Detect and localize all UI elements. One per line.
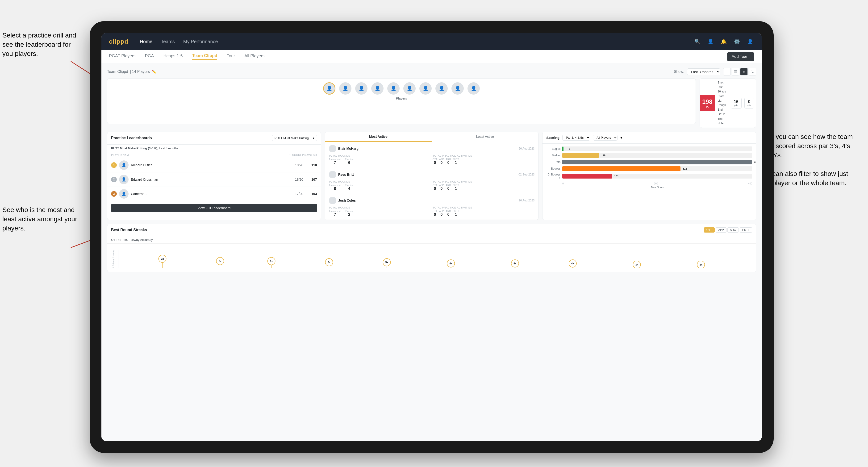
- avatar-6[interactable]: 👤: [403, 82, 415, 95]
- players-row: 👤 👤 👤 👤 👤 👤 👤 👤 👤 👤 Players: [107, 78, 756, 128]
- lb-name-3: Cameron...: [131, 192, 293, 196]
- chart-bar-birdies: 96: [562, 153, 599, 158]
- start-lie: Start Lie: Rough: [717, 94, 726, 108]
- team-name: Team Clippd: [107, 69, 128, 74]
- lb-avatar-2: 👤: [119, 175, 129, 184]
- avatar-5[interactable]: 👤: [387, 82, 400, 95]
- bell-icon[interactable]: 🔔: [719, 37, 728, 46]
- svg-text:4x: 4x: [450, 262, 453, 265]
- subnav-pga[interactable]: PGA: [145, 54, 154, 59]
- settings-icon[interactable]: ⚙️: [733, 37, 741, 46]
- x-axis-200: 200: [654, 182, 658, 185]
- activity-avatar-2: [329, 171, 336, 178]
- lb-score-3: 17/20: [295, 192, 303, 196]
- avatar-4[interactable]: 👤: [371, 82, 383, 95]
- avatar-7[interactable]: 👤: [420, 82, 432, 95]
- score-red-label: SC: [706, 105, 709, 108]
- activity-stats-2: Total Rounds Tournament 8 Practice 4: [329, 180, 535, 191]
- subnav-tour[interactable]: Tour: [227, 54, 235, 59]
- user-avatar-icon[interactable]: 👤: [746, 37, 754, 46]
- streak-btn-arg[interactable]: ARG: [727, 227, 739, 232]
- activity-card-1: Blair McHarg 26 Aug 2023 Total Rounds To…: [325, 142, 538, 168]
- grid-view-btn[interactable]: ⊞: [723, 68, 731, 75]
- avatar-1[interactable]: 👤: [323, 82, 335, 95]
- players-panel: 👤 👤 👤 👤 👤 👤 👤 👤 👤 👤 Players: [107, 78, 696, 124]
- nav-item-home[interactable]: Home: [140, 39, 152, 44]
- team-header: Team Clippd | 14 Players ✏️ Show: Last 3…: [107, 68, 756, 75]
- subnav-all-players[interactable]: All Players: [244, 54, 265, 59]
- chart-value-bogeys: 311: [683, 167, 687, 170]
- activity-tabs: Most Active Least Active: [325, 132, 538, 142]
- leaderboard-subtitle: PUTT Must Make Putting (3-6 ft), Last 3 …: [107, 145, 321, 152]
- lb-rank-1: 1: [111, 162, 117, 168]
- tournament-stat-1: Tournament 7: [329, 158, 341, 165]
- col-player-name: PLAYER NAME: [111, 154, 288, 156]
- annotation-top-left: Select a practice drill and see the lead…: [2, 31, 83, 59]
- app-2: APP 0: [439, 184, 444, 191]
- chart-row-pars: Pars 499: [546, 160, 752, 164]
- nav-item-teams[interactable]: Teams: [161, 39, 175, 44]
- tab-least-active[interactable]: Least Active: [432, 132, 538, 142]
- chart-value-pars: 499: [754, 161, 756, 163]
- streaks-subtitle: Off The Tee, Fairway Accuracy: [107, 236, 756, 244]
- tournament-stat-3: Tournament 7: [329, 210, 341, 217]
- streak-btn-putt[interactable]: PUTT: [740, 227, 752, 232]
- lb-avg-1: 110: [309, 163, 317, 167]
- avatar-2[interactable]: 👤: [339, 82, 351, 95]
- player-filter-dropdown[interactable]: All Players: [593, 135, 618, 141]
- chart-row-birdies: Birdies 96: [546, 153, 752, 158]
- yds-end-label: yds: [747, 104, 751, 107]
- filter-btn[interactable]: ⇅: [749, 68, 756, 75]
- lb-row-3: 3 👤 Cameron... 17/20 103: [107, 187, 321, 201]
- putt-3: PUTT 1: [453, 210, 459, 217]
- activity-avatar-3: [329, 197, 336, 204]
- streak-btn-ott[interactable]: OTT: [704, 227, 715, 232]
- view-icons: ⊞ ☰ ▦ ⇅: [723, 68, 756, 75]
- chart-bar-bg-dbogeys: 131: [562, 174, 752, 179]
- avatar-10[interactable]: 👤: [467, 82, 480, 95]
- score-info: Shot Dist: 16 yds Start Lie: Rough End L…: [715, 79, 728, 128]
- add-team-button[interactable]: Add Team: [727, 52, 754, 61]
- par-filter-dropdown[interactable]: Par 3, 4 & 5s Par 3s Par 4s Par 5s: [562, 135, 590, 141]
- scoring-title: Scoring: [546, 135, 559, 139]
- activity-card-2: Rees Britt 02 Sep 2023 Total Rounds Tour…: [325, 168, 538, 194]
- sub-nav: PGAT Players PGA Hcaps 1-5 Team Clippd T…: [101, 50, 762, 63]
- streaks-header: Best Round Streaks OTT APP ARG PUTT: [107, 224, 756, 236]
- avatar-3[interactable]: 👤: [355, 82, 368, 95]
- svg-text:5x: 5x: [328, 261, 331, 264]
- view-full-leaderboard-button[interactable]: View Full Leaderboard: [111, 204, 317, 212]
- practice-leaderboards-panel: Practice Leaderboards PUTT Must Make Put…: [107, 132, 321, 220]
- edit-icon[interactable]: ✏️: [152, 69, 156, 74]
- avatar-9[interactable]: 👤: [452, 82, 464, 95]
- card-view-btn[interactable]: ▦: [740, 68, 748, 75]
- score-panel: 198 SC Shot Dist: 16 yds Start Lie: Roug…: [700, 78, 756, 128]
- activity-name-2: Rees Britt: [338, 173, 517, 177]
- activity-card-3: Josh Coles 26 Aug 2023 Total Rounds Tour…: [325, 194, 538, 220]
- svg-text:4x: 4x: [571, 262, 574, 265]
- tablet-frame: clippd Home Teams My Performance 🔍 👤 🔔 ⚙…: [90, 21, 774, 453]
- team-title: Team Clippd | 14 Players ✏️: [107, 69, 156, 74]
- activity-panel: Most Active Least Active Blair McHarg 26…: [325, 132, 539, 220]
- avatar-8[interactable]: 👤: [435, 82, 448, 95]
- leaderboard-subtitle-text: Last 3 months: [159, 147, 178, 150]
- subnav-pgat[interactable]: PGAT Players: [109, 54, 135, 59]
- show-dropdown[interactable]: Last 3 months Last 6 months Last year: [687, 68, 720, 75]
- list-view-btn[interactable]: ☰: [732, 68, 739, 75]
- leaderboard-dropdown[interactable]: PUTT Must Make Putting... ▾: [272, 135, 317, 141]
- total-practice-title-1: Total Practice Activities: [433, 154, 534, 157]
- subnav-team-clippd[interactable]: Team Clippd: [192, 53, 217, 60]
- search-icon[interactable]: 🔍: [693, 37, 702, 46]
- tab-most-active[interactable]: Most Active: [325, 132, 432, 142]
- chart-bar-bg-eagles: 3: [562, 147, 752, 151]
- chart-bar-bg-bogeys: 311: [562, 166, 752, 171]
- streak-btn-app[interactable]: APP: [716, 227, 726, 232]
- lb-name-2: Edward Crossman: [131, 178, 293, 181]
- yds-end-val: 0: [747, 99, 751, 104]
- lb-table-header: PLAYER NAME PB SCORE PB AVG SQ: [107, 152, 321, 158]
- svg-text:7x: 7x: [161, 257, 164, 260]
- person-icon[interactable]: 👤: [706, 37, 715, 46]
- nav-item-performance[interactable]: My Performance: [183, 39, 218, 44]
- leaderboard-subtitle-bold: PUTT Must Make Putting (3-6 ft),: [111, 147, 158, 150]
- leaderboard-title: Practice Leaderboards: [111, 136, 152, 140]
- subnav-hcaps[interactable]: Hcaps 1-5: [163, 54, 183, 59]
